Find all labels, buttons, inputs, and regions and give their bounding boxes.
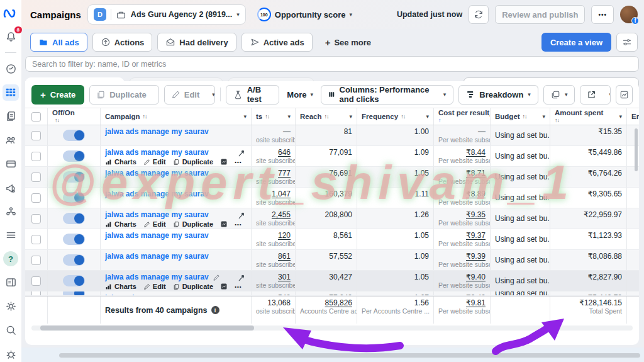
results-link[interactable]: 2,455 xyxy=(256,210,291,219)
info-icon[interactable]: i xyxy=(211,306,219,314)
column-frequency[interactable]: Frequency↑↓▾ xyxy=(357,108,434,125)
search-input[interactable] xyxy=(25,56,639,72)
create-a-view-button[interactable]: Create a view xyxy=(541,33,611,52)
results-link[interactable]: 548 xyxy=(256,293,291,295)
campaign-name-link[interactable]: jalwa ads manage my saurav xyxy=(105,210,209,220)
total-cost-link[interactable]: ₹9.81 xyxy=(438,298,486,307)
help-icon[interactable]: ? xyxy=(3,251,19,267)
page-horizontal-scrollbar[interactable] xyxy=(59,353,640,358)
column-ends[interactable]: Ends↑↓ xyxy=(627,108,639,125)
results-link[interactable]: 777 xyxy=(256,169,291,178)
meta-logo-icon[interactable] xyxy=(3,5,19,21)
row-action-charts[interactable]: Charts xyxy=(105,158,136,166)
notifications-bell-icon[interactable]: 8 xyxy=(3,29,19,45)
cost-per-result-link[interactable]: ₹8.89 xyxy=(438,189,486,198)
column-budget[interactable]: Budget↑↓▾ xyxy=(491,108,550,125)
edit-pencil-icon[interactable] xyxy=(213,274,220,281)
results-link[interactable]: 861 xyxy=(256,252,291,261)
sidebar-item-billing[interactable] xyxy=(3,156,19,172)
select-all-checkbox[interactable] xyxy=(31,112,41,122)
results-link[interactable]: 1,047 xyxy=(256,189,291,198)
more-dropdown[interactable]: More ▾ xyxy=(284,90,316,99)
campaign-toggle[interactable] xyxy=(63,171,85,183)
results-link[interactable]: 646 xyxy=(256,148,291,157)
cost-per-result-link[interactable]: ₹9.35 xyxy=(438,210,486,219)
row-checkbox[interactable] xyxy=(31,276,41,286)
refresh-button[interactable] xyxy=(469,5,489,24)
row-checkbox[interactable] xyxy=(31,173,41,182)
duplicate-caret-button[interactable]: ▾ xyxy=(153,86,159,104)
campaign-name-link[interactable]: jalwa ads manage my saurav xyxy=(105,273,209,282)
campaign-toggle[interactable] xyxy=(63,254,85,266)
duplicate-button[interactable]: Duplicate xyxy=(90,86,153,104)
ab-test-button[interactable]: A/B test xyxy=(226,85,280,105)
more-options-button[interactable]: ••• xyxy=(591,5,614,24)
sidebar-item-promote[interactable] xyxy=(3,179,19,196)
profile-avatar[interactable]: f xyxy=(620,6,638,23)
column-amount-spent[interactable]: Amount spent↑↓▾ xyxy=(550,108,627,125)
account-selector[interactable]: D Ads Guru Agency 2 (8919... ▾ xyxy=(87,4,246,25)
cost-per-result-link[interactable]: ₹9.39 xyxy=(438,252,486,261)
columns-dropdown[interactable]: Columns: Performance and clicks ▾ xyxy=(321,85,453,105)
row-checkbox[interactable] xyxy=(31,214,41,223)
cost-per-result-link[interactable]: ₹8.71 xyxy=(438,169,486,178)
reports-dropdown[interactable]: ▾ xyxy=(543,85,575,105)
filter-chip-see-more[interactable]: + See more xyxy=(318,33,379,52)
campaign-name-link[interactable]: jalwa ads manage my saurav xyxy=(105,293,209,295)
breakdown-dropdown[interactable]: Breakdown ▾ xyxy=(458,85,538,105)
filter-chip-active-ads[interactable]: Active ads xyxy=(242,33,313,52)
table-vertical-scrollbar[interactable] xyxy=(635,128,638,171)
row-action-more[interactable]: ••• xyxy=(235,284,242,290)
campaign-name-link[interactable]: jalwa ads manage my saurav xyxy=(105,169,209,178)
search-icon[interactable] xyxy=(3,322,19,339)
sidebar-item-audiences[interactable] xyxy=(3,132,19,149)
cost-per-result-link[interactable]: ₹8.44 xyxy=(438,148,486,157)
results-link[interactable]: 301 xyxy=(256,273,291,281)
create-button[interactable]: + Create xyxy=(31,85,84,105)
sidebar-item-pages[interactable] xyxy=(3,108,19,125)
row-checkbox[interactable] xyxy=(31,131,41,140)
sidebar-item-account-overview[interactable] xyxy=(3,60,19,77)
cost-per-result-link[interactable]: ₹9.40 xyxy=(438,273,486,281)
row-action-chart-box[interactable] xyxy=(220,283,228,290)
row-checkbox[interactable] xyxy=(31,291,41,295)
row-action-chart-box[interactable] xyxy=(220,158,228,166)
campaign-toggle[interactable] xyxy=(63,291,85,295)
cost-per-result-link[interactable]: ₹9.37 xyxy=(438,231,486,240)
cost-per-result-link[interactable]: ₹9.43 xyxy=(438,293,486,295)
scrollbar-thumb[interactable] xyxy=(40,325,254,331)
campaign-name-link[interactable]: jalwa ads manage my saurav xyxy=(105,252,209,261)
column-results[interactable]: ts↑↓▾ xyxy=(252,108,296,125)
edit-button[interactable]: Edit xyxy=(165,86,206,104)
row-action-edit[interactable]: Edit xyxy=(143,220,166,228)
row-checkbox[interactable] xyxy=(31,152,41,161)
row-checkbox[interactable] xyxy=(31,235,41,244)
whats-new-icon[interactable] xyxy=(3,274,19,291)
column-reach[interactable]: Reach↑↓▾ xyxy=(296,108,357,125)
campaign-toggle[interactable] xyxy=(63,213,85,224)
sidebar-item-all-tools[interactable] xyxy=(3,227,19,244)
pin-icon[interactable] xyxy=(238,149,246,157)
filter-chip-actions[interactable]: Actions xyxy=(92,33,153,52)
row-action-duplicate[interactable]: Duplicate xyxy=(173,283,214,290)
filter-chip-had-delivery[interactable]: Had delivery xyxy=(157,33,236,52)
row-action-edit[interactable]: Edit xyxy=(143,158,166,166)
row-action-duplicate[interactable]: Duplicate xyxy=(173,158,214,166)
total-reach-link[interactable]: 859,826 xyxy=(300,298,352,307)
opportunity-score-dropdown[interactable]: 100 Opportunity score ▾ xyxy=(257,8,352,21)
row-action-edit[interactable]: Edit xyxy=(143,283,166,290)
pin-icon[interactable] xyxy=(238,212,246,220)
row-action-chart-box[interactable] xyxy=(220,220,228,228)
campaign-toggle[interactable] xyxy=(63,275,85,286)
campaign-name-link[interactable]: jalwa ads manage my saurav xyxy=(105,127,209,137)
export-button[interactable] xyxy=(580,86,602,104)
row-action-duplicate[interactable]: Duplicate xyxy=(173,220,214,228)
campaign-toggle[interactable] xyxy=(63,234,85,245)
results-link[interactable]: 120 xyxy=(256,231,291,240)
view-settings-button[interactable] xyxy=(616,33,638,52)
campaign-name-link[interactable]: jalwa ads manage my saurav xyxy=(105,148,209,157)
charts-panel-button[interactable] xyxy=(616,85,633,105)
row-action-more[interactable]: ••• xyxy=(235,222,242,227)
campaign-toggle[interactable] xyxy=(63,130,85,141)
campaign-name-link[interactable]: jalwa ads manage my saurav xyxy=(105,189,209,199)
